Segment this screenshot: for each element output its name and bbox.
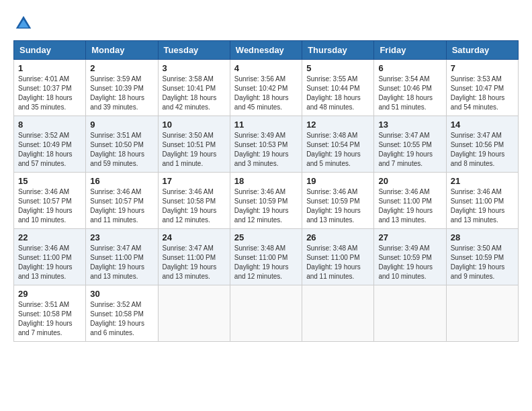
day-number: 30 (90, 289, 153, 299)
day-number: 10 (163, 120, 226, 130)
calendar-day-cell: 17Sunrise: 3:46 AMSunset: 10:58 PMDaylig… (158, 173, 230, 229)
day-number: 28 (451, 232, 514, 242)
calendar-day-cell: 27Sunrise: 3:49 AMSunset: 10:59 PMDaylig… (374, 229, 446, 285)
calendar-day-cell: 29Sunrise: 3:51 AMSunset: 10:58 PMDaylig… (14, 285, 86, 342)
day-number: 17 (163, 176, 226, 186)
day-info: Sunrise: 3:46 AMSunset: 10:58 PMDaylight… (163, 187, 226, 225)
calendar-day-cell: 12Sunrise: 3:48 AMSunset: 10:54 PMDaylig… (302, 116, 374, 173)
day-number: 29 (18, 289, 81, 299)
calendar-day-cell: 18Sunrise: 3:46 AMSunset: 10:59 PMDaylig… (230, 173, 302, 229)
day-info: Sunrise: 3:49 AMSunset: 10:59 PMDaylight… (378, 244, 441, 281)
day-info: Sunrise: 3:47 AMSunset: 11:00 PMDaylight… (163, 244, 226, 281)
calendar-day-cell: 13Sunrise: 3:47 AMSunset: 10:55 PMDaylig… (374, 116, 446, 173)
calendar-header-sunday: Sunday (14, 41, 86, 60)
calendar-day-cell (230, 285, 302, 342)
day-info: Sunrise: 3:59 AMSunset: 10:39 PMDaylight… (90, 75, 153, 112)
calendar-week-row: 22Sunrise: 3:46 AMSunset: 11:00 PMDaylig… (14, 229, 519, 285)
calendar-header-tuesday: Tuesday (158, 41, 230, 60)
calendar-week-row: 29Sunrise: 3:51 AMSunset: 10:58 PMDaylig… (14, 285, 519, 342)
calendar-day-cell: 1Sunrise: 4:01 AMSunset: 10:37 PMDayligh… (14, 60, 86, 116)
calendar-header-wednesday: Wednesday (230, 41, 302, 60)
day-number: 3 (163, 63, 226, 73)
day-number: 27 (378, 232, 441, 242)
day-info: Sunrise: 3:58 AMSunset: 10:41 PMDaylight… (163, 75, 226, 112)
calendar-day-cell: 4Sunrise: 3:56 AMSunset: 10:42 PMDayligh… (230, 60, 302, 116)
day-number: 20 (378, 176, 441, 186)
calendar-day-cell: 30Sunrise: 3:52 AMSunset: 10:58 PMDaylig… (86, 285, 158, 342)
day-info: Sunrise: 3:46 AMSunset: 10:57 PMDaylight… (90, 187, 153, 225)
day-info: Sunrise: 3:51 AMSunset: 10:58 PMDaylight… (18, 300, 81, 338)
calendar-day-cell (158, 285, 230, 342)
calendar-header-row: SundayMondayTuesdayWednesdayThursdayFrid… (14, 41, 519, 60)
day-info: Sunrise: 3:46 AMSunset: 11:00 PMDaylight… (18, 244, 81, 281)
day-number: 11 (234, 120, 298, 130)
calendar-day-cell: 8Sunrise: 3:52 AMSunset: 10:49 PMDayligh… (14, 116, 86, 173)
day-info: Sunrise: 3:46 AMSunset: 10:59 PMDaylight… (306, 187, 369, 225)
day-number: 5 (306, 63, 369, 73)
day-info: Sunrise: 3:48 AMSunset: 11:00 PMDaylight… (234, 244, 298, 281)
day-number: 14 (451, 120, 514, 130)
calendar-week-row: 8Sunrise: 3:52 AMSunset: 10:49 PMDayligh… (14, 116, 519, 173)
day-number: 23 (90, 232, 153, 242)
day-number: 12 (306, 120, 369, 130)
day-info: Sunrise: 3:56 AMSunset: 10:42 PMDaylight… (234, 75, 298, 112)
calendar-header-friday: Friday (374, 41, 446, 60)
calendar-day-cell: 10Sunrise: 3:50 AMSunset: 10:51 PMDaylig… (158, 116, 230, 173)
page-header (13, 13, 519, 34)
day-info: Sunrise: 3:49 AMSunset: 10:53 PMDaylight… (234, 131, 298, 169)
calendar-header-saturday: Saturday (446, 41, 518, 60)
calendar-header-monday: Monday (86, 41, 158, 60)
calendar-day-cell (374, 285, 446, 342)
calendar-day-cell (446, 285, 518, 342)
day-info: Sunrise: 3:47 AMSunset: 11:00 PMDaylight… (90, 244, 153, 281)
calendar-table: SundayMondayTuesdayWednesdayThursdayFrid… (13, 40, 519, 342)
calendar-day-cell: 3Sunrise: 3:58 AMSunset: 10:41 PMDayligh… (158, 60, 230, 116)
calendar-day-cell: 23Sunrise: 3:47 AMSunset: 11:00 PMDaylig… (86, 229, 158, 285)
day-info: Sunrise: 3:52 AMSunset: 10:49 PMDaylight… (18, 131, 81, 169)
day-number: 7 (451, 63, 514, 73)
calendar-week-row: 1Sunrise: 4:01 AMSunset: 10:37 PMDayligh… (14, 60, 519, 116)
calendar-day-cell: 24Sunrise: 3:47 AMSunset: 11:00 PMDaylig… (158, 229, 230, 285)
calendar-day-cell: 15Sunrise: 3:46 AMSunset: 10:57 PMDaylig… (14, 173, 86, 229)
calendar-day-cell: 28Sunrise: 3:50 AMSunset: 10:59 PMDaylig… (446, 229, 518, 285)
calendar-day-cell (302, 285, 374, 342)
day-number: 22 (18, 232, 81, 242)
day-info: Sunrise: 3:50 AMSunset: 10:59 PMDaylight… (451, 244, 514, 281)
day-info: Sunrise: 3:50 AMSunset: 10:51 PMDaylight… (163, 131, 226, 169)
logo (13, 13, 36, 34)
day-info: Sunrise: 3:54 AMSunset: 10:46 PMDaylight… (378, 75, 441, 112)
calendar-day-cell: 5Sunrise: 3:55 AMSunset: 10:44 PMDayligh… (302, 60, 374, 116)
calendar-day-cell: 21Sunrise: 3:46 AMSunset: 11:00 PMDaylig… (446, 173, 518, 229)
day-info: Sunrise: 3:47 AMSunset: 10:55 PMDaylight… (378, 131, 441, 169)
day-number: 26 (306, 232, 369, 242)
day-info: Sunrise: 3:48 AMSunset: 10:54 PMDaylight… (306, 131, 369, 169)
day-number: 4 (234, 63, 298, 73)
calendar-day-cell: 6Sunrise: 3:54 AMSunset: 10:46 PMDayligh… (374, 60, 446, 116)
day-number: 25 (234, 232, 298, 242)
calendar-day-cell: 20Sunrise: 3:46 AMSunset: 11:00 PMDaylig… (374, 173, 446, 229)
day-info: Sunrise: 3:46 AMSunset: 11:00 PMDaylight… (451, 187, 514, 225)
day-number: 2 (90, 63, 153, 73)
day-number: 13 (378, 120, 441, 130)
day-info: Sunrise: 3:51 AMSunset: 10:50 PMDaylight… (90, 131, 153, 169)
calendar-day-cell: 25Sunrise: 3:48 AMSunset: 11:00 PMDaylig… (230, 229, 302, 285)
calendar-day-cell: 22Sunrise: 3:46 AMSunset: 11:00 PMDaylig… (14, 229, 86, 285)
day-info: Sunrise: 3:53 AMSunset: 10:47 PMDaylight… (451, 75, 514, 112)
calendar-day-cell: 2Sunrise: 3:59 AMSunset: 10:39 PMDayligh… (86, 60, 158, 116)
calendar-day-cell: 11Sunrise: 3:49 AMSunset: 10:53 PMDaylig… (230, 116, 302, 173)
day-number: 6 (378, 63, 441, 73)
day-number: 19 (306, 176, 369, 186)
logo-icon (13, 13, 34, 34)
calendar-day-cell: 16Sunrise: 3:46 AMSunset: 10:57 PMDaylig… (86, 173, 158, 229)
day-number: 8 (18, 120, 81, 130)
calendar-header-thursday: Thursday (302, 41, 374, 60)
calendar-day-cell: 14Sunrise: 3:47 AMSunset: 10:56 PMDaylig… (446, 116, 518, 173)
day-number: 21 (451, 176, 514, 186)
day-number: 1 (18, 63, 81, 73)
day-info: Sunrise: 3:46 AMSunset: 11:00 PMDaylight… (378, 187, 441, 225)
calendar-day-cell: 7Sunrise: 3:53 AMSunset: 10:47 PMDayligh… (446, 60, 518, 116)
day-number: 15 (18, 176, 81, 186)
calendar-day-cell: 19Sunrise: 3:46 AMSunset: 10:59 PMDaylig… (302, 173, 374, 229)
day-info: Sunrise: 3:47 AMSunset: 10:56 PMDaylight… (451, 131, 514, 169)
day-info: Sunrise: 3:55 AMSunset: 10:44 PMDaylight… (306, 75, 369, 112)
